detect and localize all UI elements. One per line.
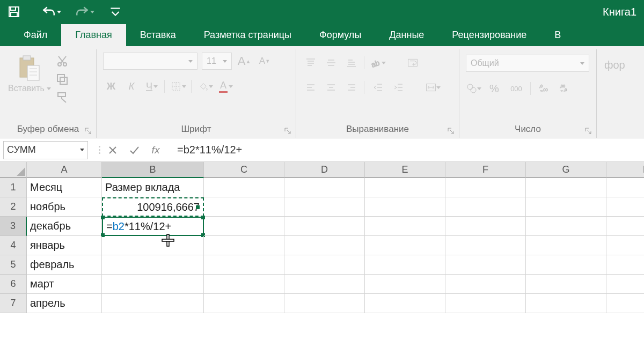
cell[interactable] <box>284 294 365 313</box>
column-header[interactable]: F <box>445 162 526 178</box>
cell[interactable]: декабрь <box>27 217 102 236</box>
cell[interactable]: февраль <box>27 255 102 275</box>
cancel-formula-button[interactable] <box>102 141 123 159</box>
tab-data[interactable]: Данные <box>375 24 438 46</box>
cell[interactable] <box>204 255 284 275</box>
cell[interactable] <box>365 217 445 236</box>
percent-format-icon[interactable]: % <box>486 80 502 97</box>
paste-button[interactable]: Вставить <box>6 53 53 93</box>
cell[interactable] <box>606 255 644 275</box>
formula-input[interactable]: =b2*11%/12+ <box>174 144 644 156</box>
row-header[interactable]: 4 <box>0 236 27 255</box>
undo-dropdown-icon[interactable] <box>57 11 61 13</box>
align-left-icon[interactable] <box>303 79 319 95</box>
wrap-text-icon[interactable] <box>402 55 423 71</box>
fill-color-button[interactable] <box>197 78 214 94</box>
tab-review[interactable]: Рецензирование <box>438 24 540 46</box>
accounting-format-icon[interactable] <box>466 80 482 97</box>
cut-icon[interactable] <box>56 55 69 68</box>
number-format-selector[interactable]: Общий <box>466 55 589 72</box>
row-header[interactable]: 7 <box>0 294 27 313</box>
cell[interactable] <box>204 294 284 313</box>
cell[interactable]: Месяц <box>27 178 102 197</box>
cell[interactable] <box>204 197 284 217</box>
cell[interactable] <box>284 217 365 236</box>
cell[interactable] <box>284 275 365 294</box>
column-header[interactable]: E <box>365 162 445 178</box>
font-dialog-launcher[interactable] <box>284 127 291 135</box>
cell[interactable]: апрель <box>27 294 102 313</box>
cell[interactable] <box>606 236 644 255</box>
cell[interactable] <box>445 178 526 197</box>
number-dialog-launcher[interactable] <box>584 127 592 135</box>
clipboard-dialog-launcher[interactable] <box>84 127 92 135</box>
cell[interactable] <box>284 255 365 275</box>
paste-dropdown-icon[interactable] <box>47 87 51 90</box>
cell[interactable] <box>284 178 365 197</box>
decrease-font-icon[interactable]: A▼ <box>257 53 273 69</box>
cell[interactable] <box>606 178 644 197</box>
cell[interactable] <box>102 275 204 294</box>
row-header[interactable]: 6 <box>0 275 27 294</box>
cell[interactable] <box>204 236 284 255</box>
tab-formulas[interactable]: Формулы <box>305 24 375 46</box>
qat-customize-button[interactable] <box>108 5 122 19</box>
underline-button[interactable]: Ч <box>144 78 160 94</box>
cell[interactable] <box>445 236 526 255</box>
cell[interactable] <box>445 197 526 217</box>
increase-indent-icon[interactable] <box>391 79 407 95</box>
name-box[interactable]: СУММ <box>3 141 88 159</box>
cell[interactable] <box>204 275 284 294</box>
cell[interactable] <box>526 255 606 275</box>
cell[interactable] <box>445 217 526 236</box>
cell[interactable]: Размер вклада <box>102 178 204 197</box>
decrease-indent-icon[interactable] <box>370 79 386 95</box>
alignment-dialog-launcher[interactable] <box>447 127 455 135</box>
column-header[interactable]: C <box>204 162 284 178</box>
cell[interactable] <box>102 255 204 275</box>
row-header[interactable]: 1 <box>0 178 27 197</box>
borders-button[interactable] <box>171 78 187 94</box>
cell[interactable] <box>606 197 644 217</box>
redo-dropdown-icon[interactable] <box>90 11 94 13</box>
redo-button[interactable] <box>75 5 94 19</box>
increase-decimal-icon[interactable]: ,0,00 <box>537 80 553 97</box>
font-size-selector[interactable]: 11 <box>202 53 232 70</box>
cell[interactable] <box>365 275 445 294</box>
format-painter-icon[interactable] <box>56 91 69 104</box>
insert-function-button[interactable]: fx <box>145 141 166 159</box>
cell[interactable] <box>204 217 284 236</box>
cell-editing[interactable]: =b2*11%/12+ <box>102 217 204 236</box>
cell[interactable]: январь <box>27 236 102 255</box>
cell[interactable] <box>606 294 644 313</box>
column-header[interactable]: A <box>27 162 102 178</box>
tab-home[interactable]: Главная <box>61 24 126 46</box>
column-header[interactable]: D <box>284 162 365 178</box>
cell[interactable] <box>606 275 644 294</box>
font-color-button[interactable]: A <box>218 78 234 94</box>
cell[interactable] <box>526 236 606 255</box>
cell[interactable] <box>365 236 445 255</box>
merge-center-icon[interactable] <box>423 79 443 95</box>
row-header[interactable]: 5 <box>0 255 27 275</box>
cell[interactable] <box>102 294 204 313</box>
orientation-icon[interactable]: ab <box>370 55 386 71</box>
decrease-decimal-icon[interactable]: ,00,0 <box>557 80 573 97</box>
italic-button[interactable]: К <box>123 78 140 94</box>
cell[interactable] <box>365 294 445 313</box>
cell[interactable] <box>526 294 606 313</box>
column-header[interactable]: B <box>102 162 204 178</box>
row-header[interactable]: 2 <box>0 197 27 217</box>
tab-page-layout[interactable]: Разметка страницы <box>190 24 305 46</box>
cell[interactable] <box>526 197 606 217</box>
undo-button[interactable] <box>42 5 61 19</box>
enter-formula-button[interactable] <box>123 141 145 159</box>
cell[interactable] <box>526 275 606 294</box>
cell[interactable] <box>365 255 445 275</box>
tab-file[interactable]: Файл <box>10 24 61 46</box>
cell[interactable] <box>526 217 606 236</box>
row-header[interactable]: 3 <box>0 217 27 236</box>
cell[interactable] <box>445 294 526 313</box>
name-box-dropdown-icon[interactable] <box>80 149 84 151</box>
bold-button[interactable]: Ж <box>103 78 119 94</box>
